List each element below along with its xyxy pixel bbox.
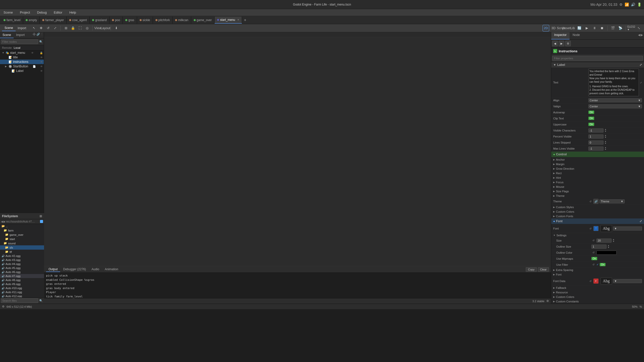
font-section-header[interactable]: ● Font ⤢ [551, 218, 644, 224]
layout-btn[interactable]: Layout [102, 25, 109, 31]
custom-constants-subsection[interactable]: ▶ Custom Constants [551, 299, 644, 304]
fs-layout-btn[interactable]: ⊞ [39, 214, 42, 218]
move-tool[interactable]: ✥ [38, 25, 44, 31]
autowrap-toggle[interactable]: On [588, 111, 594, 114]
output-tab-debugger[interactable]: Debugger (2276) [61, 267, 89, 272]
inspector-history-btn[interactable]: ◀ [552, 41, 558, 46]
spin-down[interactable]: ▼ [605, 130, 607, 132]
focus-row[interactable]: ▶ Focus [551, 180, 644, 185]
menu-project[interactable]: Project [18, 10, 31, 15]
menu-editor[interactable]: Editor [52, 10, 64, 15]
size-flags-row[interactable]: ▶ Size Flags [551, 189, 644, 194]
visibility-icon[interactable]: 👁 [40, 70, 43, 72]
uppercase-toggle[interactable]: On [588, 123, 594, 126]
outline-color-swatch[interactable] [596, 251, 617, 255]
play-refresh-btn[interactable]: 🔄 [576, 25, 583, 31]
margin-row[interactable]: ▶ Margin [551, 162, 644, 166]
tab-close-icon[interactable]: ✕ [237, 18, 239, 21]
fs-search-input[interactable] [1, 298, 38, 303]
play-btn[interactable]: ▶ [584, 25, 590, 31]
fs-folder-farm[interactable]: 📁 farm [0, 228, 44, 233]
control-section-header[interactable]: ● Control [551, 152, 644, 157]
tab-milkcan[interactable]: milkcan [173, 17, 191, 24]
text-expand-btn[interactable]: ⤢ [640, 81, 642, 84]
tab-game-over[interactable]: game_over [191, 17, 215, 24]
menu-help[interactable]: Help [68, 10, 78, 15]
visibility-icon[interactable]: 👁 [40, 56, 43, 59]
toolbar-import-tab[interactable]: Import [16, 26, 28, 30]
tab-farmer-player[interactable]: farmer_player [40, 17, 67, 24]
visibility-icon[interactable]: 👁 [40, 61, 43, 63]
tree-node-start-menu[interactable]: ▼ 🎭 start_menu 👁 🔒 [0, 51, 44, 55]
visibility-icon[interactable]: 👁 [31, 52, 34, 54]
anchor-row[interactable]: ▶ Anchor [551, 157, 644, 162]
fs-file-auto11[interactable]: 🔊 Auto #11.ogg [0, 290, 44, 294]
scale-tool[interactable]: ⤢ [52, 25, 58, 31]
tab-pitchfork[interactable]: pitchfork [153, 17, 173, 24]
inspector-next-btn[interactable]: ▶ [641, 33, 643, 38]
fs-file-auto4[interactable]: 🔊 Auto #4.ogg [0, 262, 44, 266]
fs-file-auto5[interactable]: 🔊 Auto #5.ogg [0, 266, 44, 270]
inspector-tab-node[interactable]: Node [570, 32, 583, 39]
pivot-tool[interactable]: ◎ [84, 25, 90, 31]
fs-file-auto6[interactable]: 🔊 Auto #6.ogg [0, 270, 44, 274]
mouse-row[interactable]: ▶ Mouse [551, 185, 644, 189]
tab-sickle[interactable]: sickle [137, 17, 153, 24]
custom-colors2-subsection[interactable]: ▶ Custom Colors [551, 295, 644, 299]
tab-grasland[interactable]: grasland [90, 17, 109, 24]
filter-icon[interactable]: 🔍 [39, 40, 43, 43]
output-tab-audio[interactable]: Audio [89, 267, 102, 272]
group-tool[interactable]: ⛶ [77, 25, 83, 31]
font-reset-btn[interactable]: ↺ [588, 227, 592, 231]
font-data-dropdown[interactable]: ▼ [613, 279, 642, 283]
outline-color-reset[interactable]: ↺ [591, 251, 595, 255]
theme-reset-btn[interactable]: ↺ [588, 199, 592, 203]
font-dropdown[interactable]: ▼ [613, 227, 642, 231]
scene-filter-input[interactable] [1, 39, 38, 44]
menu-scene[interactable]: Scene [2, 10, 14, 15]
fs-folder-sound[interactable]: 📁 sound [0, 241, 44, 245]
percent-visible-input[interactable] [588, 134, 603, 139]
resource-subsection[interactable]: ▶ Resource [551, 290, 644, 295]
tree-node-label[interactable]: 📝 Label 👁 [0, 69, 44, 73]
tab-farm-level[interactable]: farm_level [1, 17, 23, 24]
volume-icon[interactable]: 🔊 [631, 3, 635, 7]
spin-down[interactable]: ▼ [608, 247, 610, 249]
fs-back-btn[interactable]: ◀ [1, 220, 3, 223]
use-filter-toggle[interactable]: On [600, 263, 606, 266]
pause-btn[interactable]: ⏸ [591, 25, 598, 31]
clip-text-toggle[interactable]: On [588, 117, 594, 120]
clear-button[interactable]: Clear [538, 267, 549, 272]
view-mode-btn[interactable]: View [95, 25, 101, 31]
viewport[interactable]: FRRM TICC Farm Life [44, 32, 551, 266]
tab-cow-agent[interactable]: cow_agent [67, 17, 90, 24]
renderer-btn[interactable]: GLES2 ▼ [628, 25, 634, 31]
fs-file-auto3[interactable]: 🔊 Auto #3.ogg [0, 258, 44, 262]
inspector-forward-btn[interactable]: ▶ [559, 41, 564, 46]
movie-btn[interactable]: 🎬 [610, 25, 616, 31]
fs-search-icon[interactable]: 🔍 [39, 299, 43, 302]
label-section-header[interactable]: ▼ Label ⤢ [551, 62, 644, 68]
fallback-subsection[interactable]: ▶ Fallback [551, 286, 644, 290]
tree-node-instructions[interactable]: 📝 instructions 👁 [0, 60, 44, 64]
extra-spacing-subsection[interactable]: ▶ Extra Spacing [551, 268, 644, 272]
tree-node-title[interactable]: 📝 title 👁 [0, 55, 44, 60]
max-lines-input[interactable] [588, 147, 603, 151]
fs-file-auto9[interactable]: 🔊 Auto #9.ogg [0, 282, 44, 286]
use-mipmaps-toggle[interactable]: On [591, 257, 597, 260]
instance-node-btn[interactable]: 🔗 [36, 33, 40, 38]
stop-btn[interactable]: ⏹ [599, 25, 605, 31]
inspector-gear-btn[interactable]: ⚙ [565, 41, 571, 46]
lock-icon[interactable]: 🔒 [40, 52, 43, 54]
font-data-reset[interactable]: ↺ [588, 279, 592, 283]
lock-tool[interactable]: 🔒 [70, 25, 76, 31]
spin-down[interactable]: ▼ [613, 241, 615, 243]
scene-menu-btn[interactable]: ⋮ [41, 33, 43, 38]
add-node-btn[interactable]: ➕ [32, 33, 36, 38]
remote-label[interactable]: Remote [2, 46, 12, 49]
tab-gras[interactable]: gras [123, 17, 137, 24]
fs-file-auto10[interactable]: 🔊 Auto #10.ogg [0, 286, 44, 290]
visibility-icon[interactable]: 👁 [40, 65, 43, 68]
custom-fonts-row[interactable]: ▶ Custom Fonts [551, 214, 644, 218]
use-filter-reset[interactable]: ↺ [591, 263, 595, 267]
